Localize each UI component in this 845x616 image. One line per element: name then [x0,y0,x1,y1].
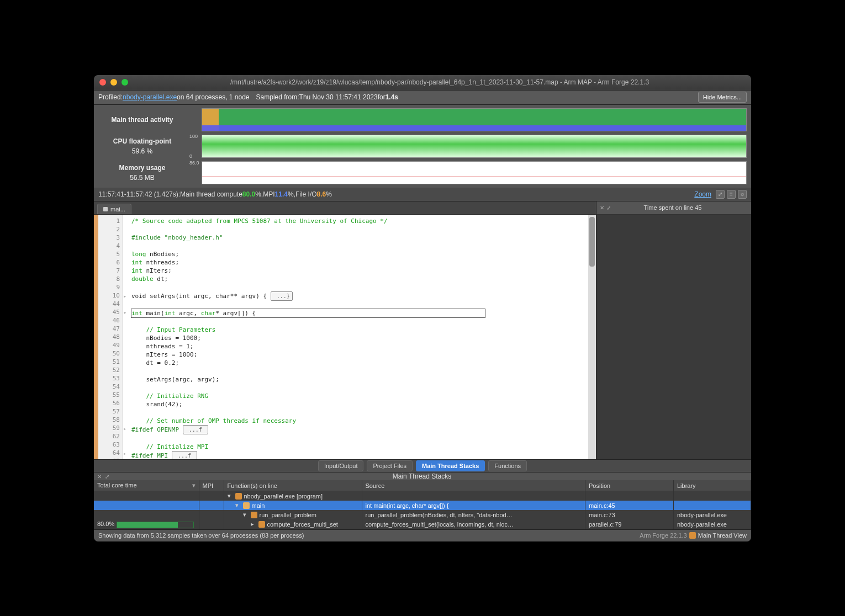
titlebar: /mnt/lustre/a2fs-work2/work/z19/z19/wluc… [94,75,751,91]
zoom-in-icon[interactable]: ⤢ [716,190,725,199]
axis-label: 86.0 [189,160,199,166]
metric-memory-label: Memory usage [94,164,191,172]
axis-label: 100 [189,134,198,139]
vertical-scrollbar[interactable] [588,215,596,460]
zoom-icon[interactable] [122,79,128,86]
undock-stacks-icon[interactable]: ⤢ [105,474,109,480]
col-library[interactable]: Library [674,480,751,491]
footer-brand: Arm Forge 22.1.3 [640,532,687,539]
metric-cpu-fp: CPU floating-point 59.6 % 100 0 [94,134,747,159]
col-position[interactable]: Position [585,480,674,491]
tab-project-files[interactable]: Project Files [367,460,413,471]
right-panel-body [596,215,751,460]
metric-memory-chart[interactable] [202,161,747,184]
sampled-for-value: 1.4s [385,93,398,101]
code-editor[interactable]: 12345678910▸4445▾46474849505152535455565… [94,215,596,460]
right-panel-title: Time spent on line 45 [611,204,735,211]
app-window: /mnt/lustre/a2fs-work2/work/z19/z19/wluc… [94,75,751,541]
profile-bar: Profiled: nbody-parallel.exe on 64 proce… [94,91,751,105]
close-panel-icon[interactable]: ✕ [600,205,604,211]
table-row[interactable]: ▾nbody_parallel.exe [program] [94,491,751,501]
metric-memory: Memory usage 56.5 MB 86.0 [94,160,747,185]
window-title: /mnt/lustre/a2fs-work2/work/z19/z19/wluc… [134,78,746,86]
status-io-value: 8.6 [317,190,326,198]
table-row[interactable]: ▾run_parallel_problemrun_parallel_proble… [94,510,751,519]
metric-memory-value: 56.5 MB [94,174,191,182]
breakpoint-gutter[interactable] [94,215,98,460]
undock-panel-icon[interactable]: ⤢ [606,205,611,211]
status-compute-label: Main thread compute [180,190,242,198]
metric-main-thread: Main thread activity [94,107,747,132]
status-line: 11:57:41-11:57:42 (1.427s): Main thread … [94,188,751,201]
axis-label: 0 [189,153,192,159]
minimize-icon[interactable] [110,79,117,86]
list-view-icon[interactable]: ≡ [727,190,736,199]
footer-samples-text: Showing data from 5,312 samples taken ov… [98,532,304,539]
main-row: mai... 12345678910▸4445▾4647484950515253… [94,201,751,460]
table-row[interactable]: ▾mainint main(int argc, char* argv[]) {m… [94,501,751,510]
stacks-header-row: ✕ ⤢ Main Thread Stacks [94,472,751,480]
hide-metrics-button[interactable]: Hide Metrics... [698,92,747,103]
file-icon [103,207,108,211]
metric-cpu-fp-value: 59.6 % [94,147,191,155]
profiled-procs: on 64 processes, 1 node [177,93,249,101]
metric-cpu-fp-label: CPU floating-point [94,137,191,145]
footer-view-label: Main Thread View [698,532,747,539]
sampled-label: Sampled from: [256,93,299,101]
col-mpi[interactable]: MPI [199,480,224,491]
stacks-table: Total core time▾ MPI Function(s) on line… [94,480,751,529]
stacks-title: Main Thread Stacks [109,472,735,480]
file-tab-main[interactable]: mai... [97,204,131,214]
close-icon[interactable] [99,79,106,86]
settings-icon[interactable]: ☼ [738,190,747,199]
table-row[interactable]: 80.0%▸compute_forces_multi_setcompute_fo… [94,519,751,529]
scrollbar-thumb[interactable] [589,217,595,267]
code-panel: mai... 12345678910▸4445▾4647484950515253… [94,201,596,460]
status-mpi-label: MPI [263,190,274,198]
tab-input-output[interactable]: Input/Output [318,460,364,471]
lower-tabs: Input/Output Project Files Main Thread S… [94,459,751,472]
tab-main-thread-stacks[interactable]: Main Thread Stacks [416,460,485,471]
right-panel: ✕ ⤢ Time spent on line 45 [596,201,751,460]
anthropic-icon [689,532,696,539]
metric-main-thread-chart[interactable] [202,108,747,131]
metric-cpu-fp-chart[interactable] [202,135,747,158]
status-compute-value: 80.0 [242,190,255,198]
close-stacks-icon[interactable]: ✕ [97,474,102,480]
code-area[interactable]: /* Source code adapted from MPCS 51087 a… [123,215,588,460]
file-tabs: mai... [94,201,596,215]
metrics-panel: Main thread activity CPU floating-point … [94,105,751,188]
sampled-for-label: for [378,93,385,101]
status-range: 11:57:41-11:57:42 (1.427s): [98,190,180,198]
zoom-link[interactable]: Zoom [694,190,711,198]
metric-main-thread-label: Main thread activity [94,116,191,124]
profiled-label: Profiled: [98,93,123,101]
col-functions[interactable]: Function(s) on line [224,480,362,491]
status-mpi-value: 11.4 [275,190,288,198]
file-tab-label: mai... [110,206,125,213]
status-io-label: File I/O [295,190,317,198]
window-controls [99,79,128,86]
col-total-core-time[interactable]: Total core time▾ [94,480,199,491]
line-number-gutter[interactable]: 12345678910▸4445▾46474849505152535455565… [98,215,123,460]
profiled-exe-link[interactable]: nbody-parallel.exe [123,93,177,101]
sampled-time: Thu Nov 30 11:57:41 2023 [299,93,378,101]
col-source[interactable]: Source [362,480,585,491]
footer-bar: Showing data from 5,312 samples taken ov… [94,529,751,541]
tab-functions[interactable]: Functions [488,460,527,471]
